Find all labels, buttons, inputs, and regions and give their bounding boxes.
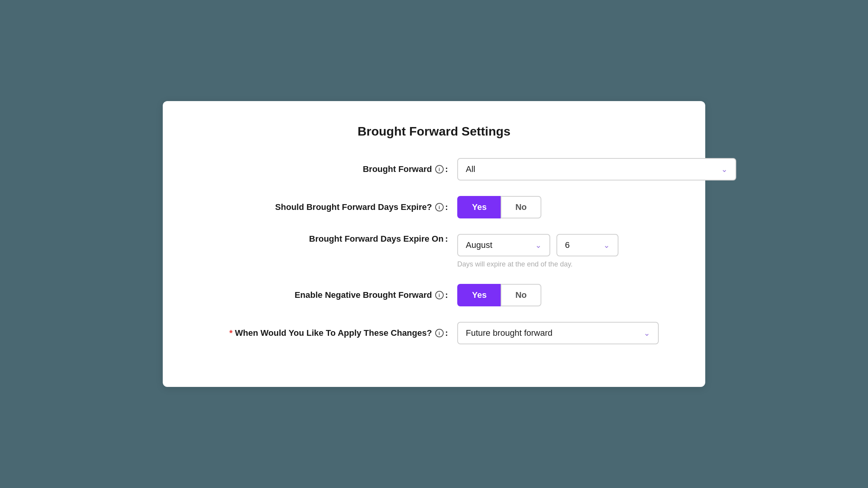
day-chevron-icon: ⌄ [603,241,610,250]
required-asterisk: * [229,328,233,338]
negative-forward-label: Enable Negative Brought Forward i : [194,290,457,300]
negative-yes-button[interactable]: Yes [457,284,501,306]
expire-question-info-icon[interactable]: i [435,203,444,211]
brought-forward-control: All ⌄ [457,158,736,180]
brought-forward-chevron-icon: ⌄ [721,165,728,174]
apply-changes-chevron-icon: ⌄ [644,328,650,338]
apply-changes-dropdown[interactable]: Future brought forward ⌄ [457,322,659,344]
apply-changes-info-icon[interactable]: i [435,329,444,337]
expire-toggle-group: Yes No [457,196,541,218]
brought-forward-dropdown[interactable]: All ⌄ [457,158,736,180]
settings-card: Brought Forward Settings Brought Forward… [163,101,705,387]
negative-forward-info-icon[interactable]: i [435,291,444,299]
apply-changes-row: * When Would You Like To Apply These Cha… [194,322,674,344]
expire-yes-button[interactable]: Yes [457,196,501,218]
expire-question-row: Should Brought Forward Days Expire? i : … [194,196,674,218]
expire-on-row: Brought Forward Days Expire On : August … [194,234,674,268]
month-chevron-icon: ⌄ [535,241,542,250]
brought-forward-label: Brought Forward i : [194,164,457,174]
month-dropdown[interactable]: August ⌄ [457,234,550,256]
day-dropdown[interactable]: 6 ⌄ [556,234,618,256]
apply-changes-control: Future brought forward ⌄ [457,322,674,344]
negative-forward-row: Enable Negative Brought Forward i : Yes … [194,284,674,306]
brought-forward-info-icon[interactable]: i [435,165,444,174]
expire-on-control: August ⌄ 6 ⌄ Days will expire at the end… [457,234,674,268]
expire-hint: Days will expire at the end of the day. [457,260,573,268]
expire-selects: August ⌄ 6 ⌄ [457,234,618,256]
expire-on-label: Brought Forward Days Expire On : [194,234,457,244]
page-title: Brought Forward Settings [194,124,674,139]
apply-changes-label: * When Would You Like To Apply These Cha… [194,328,457,338]
expire-no-button[interactable]: No [501,196,541,218]
brought-forward-row: Brought Forward i : All ⌄ [194,158,674,180]
negative-forward-control: Yes No [457,284,674,306]
expire-question-control: Yes No [457,196,674,218]
expire-question-label: Should Brought Forward Days Expire? i : [194,202,457,212]
negative-no-button[interactable]: No [501,284,541,306]
negative-toggle-group: Yes No [457,284,541,306]
